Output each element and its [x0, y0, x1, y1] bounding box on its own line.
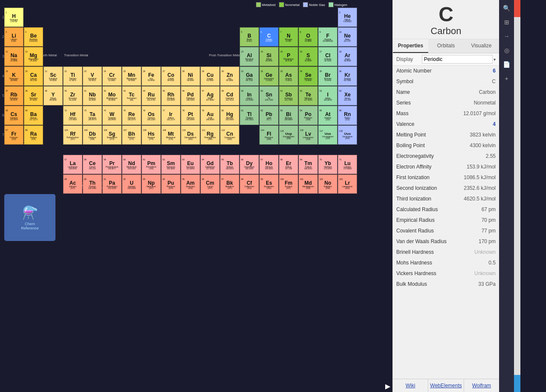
element-mn[interactable]: 25 Mn Manganese 54.9380 — [122, 67, 141, 86]
element-s[interactable]: 16 S Sulfur 32.0650 — [299, 47, 318, 66]
element-v[interactable]: 23 V Vanadium 50.9415 — [83, 67, 102, 86]
wiki-link[interactable]: Wiki — [393, 379, 428, 392]
element-zr[interactable]: 40 Zr Zirconium 91.2240 — [63, 86, 82, 105]
tab-properties[interactable]: Properties — [393, 39, 428, 53]
element-ta[interactable]: 73 Ta Tantalum 180.9479 — [83, 106, 102, 125]
element-uup[interactable]: 115 Uup Ununpentium (288) — [279, 125, 298, 145]
tab-visualize[interactable]: Visualize — [464, 39, 499, 53]
element-tc[interactable]: 43 Tc Technetium (96) — [122, 86, 141, 105]
element-hf[interactable]: 72 Hf Hafnium 178.4900 — [63, 106, 82, 125]
element-se[interactable]: 34 Se Selenium 78.9600 — [299, 67, 318, 86]
search-icon[interactable]: 🔍 — [501, 2, 513, 14]
element-w[interactable]: 74 W Tungsten 183.8400 — [102, 106, 122, 125]
element-ca[interactable]: 20 Ca Calcium 40.0780 — [24, 67, 43, 86]
element-co[interactable]: 27 Co Cobalt 58.9332 — [161, 67, 180, 86]
settings-icon[interactable]: ◎ — [501, 44, 513, 56]
element-n[interactable]: 7 N Nitrogen 14.067 — [279, 27, 298, 46]
arrow-right-icon[interactable]: → — [501, 30, 513, 42]
element-i[interactable]: 53 I Iodine 126.9045 — [318, 86, 337, 105]
element-nb[interactable]: 41 Nb Niobium 92.9064 — [83, 86, 102, 105]
element-au[interactable]: 79 Au Gold 196.9665 — [200, 106, 220, 125]
element-f[interactable]: 9 F Fluorine 18.9984032 — [318, 27, 337, 46]
element-rb[interactable]: 37 Rb Rubidium 85.4678 — [4, 86, 23, 105]
element-ho[interactable]: 67 Ho Holmium 164.9303 — [259, 155, 279, 174]
element-sm[interactable]: 62 Sm Samarium 150.3600 — [161, 155, 180, 174]
element-cl[interactable]: 17 Cl Chlorine 35.4530 — [318, 47, 337, 66]
element-hs[interactable]: 108 Hs Hassium (270) — [142, 125, 161, 145]
element-rf[interactable]: 104 Rf Rutherfordium (267) — [63, 125, 82, 145]
element-sr[interactable]: 38 Sr Strontium 87.6200 — [24, 86, 43, 105]
element-p[interactable]: 15 P Phosphorus 30.9738 — [279, 47, 298, 66]
element-rh[interactable]: 45 Rh Rhodium 102.9055 — [161, 86, 180, 105]
element-mg[interactable]: 12 Mg Magnesium 24.3050 — [24, 47, 43, 66]
element-am[interactable]: 95 Am Americium (243) — [181, 174, 200, 194]
element-br[interactable]: 35 Br Bromine 79.9040 — [318, 67, 337, 86]
element-h[interactable]: 1 H Hydrogen 1.00794 — [4, 8, 23, 27]
element-ce[interactable]: 58 Ce Cerium 140.116 — [83, 155, 102, 174]
element-md[interactable]: 101 Md Mendelevium (258) — [299, 174, 318, 194]
element-tl[interactable]: 81 Tl Thallium 204.3833 — [240, 106, 259, 125]
element-zn[interactable]: 30 Zn Zinc 65.3800 — [220, 67, 239, 86]
element-he[interactable]: 2 He Helium 4.002602 — [338, 8, 357, 27]
element-uuo[interactable]: 118 Uuo Ununoctium (294) — [338, 125, 357, 145]
element-dy[interactable]: 66 Dy Dysprosium 162.5000 — [240, 155, 259, 174]
element-rn[interactable]: 86 Rn Radon (222) — [338, 106, 357, 125]
element-b[interactable]: 5 B Boron 10.811 — [240, 27, 259, 46]
element-pb[interactable]: 82 Pb Lead 207.2 — [259, 106, 279, 125]
element-cr[interactable]: 24 Cr Chromium 51.9961 — [102, 67, 122, 86]
element-lr[interactable]: 103 Lr Lawrencium (262) — [338, 174, 357, 194]
element-cs[interactable]: 55 Cs Caesium 132.9054 — [4, 106, 23, 125]
add-icon[interactable]: + — [501, 73, 513, 84]
element-ne[interactable]: 10 Ne Neon 20.1797 — [338, 27, 357, 46]
element-be[interactable]: 4 Be Beryllium 9.012182 — [24, 27, 43, 46]
element-k[interactable]: 19 K Potassium 39.0983 — [4, 67, 23, 86]
element-pr[interactable]: 59 Pr Praseodymium 140.9077 — [102, 155, 122, 174]
element-bh[interactable]: 107 Bh Bohrium (272) — [122, 125, 141, 145]
element-pm[interactable]: 61 Pm Promethium (145) — [142, 155, 161, 174]
element-o[interactable]: 8 O Oxygen 15.9994 — [299, 27, 318, 46]
element-fm[interactable]: 100 Fm Fermium (257) — [279, 174, 298, 194]
element-cn[interactable]: 112 Cn Copernicium (285) — [220, 125, 239, 145]
element-lv[interactable]: 116 Lv Livermorium (293) — [299, 125, 318, 145]
element-pu[interactable]: 94 Pu Plutonium (244) — [161, 174, 180, 194]
element-in[interactable]: 49 In Indium 114.8180 — [240, 86, 259, 105]
element-ba[interactable]: 56 Ba Barium 137.3270 — [24, 106, 43, 125]
display-select[interactable]: Periodic Alphabetical — [422, 55, 493, 64]
element-sn[interactable]: 50 Sn Tin 118.7100 — [259, 86, 279, 105]
element-yb[interactable]: 70 Yb Ytterbium 173.0540 — [318, 155, 337, 174]
element-er[interactable]: 68 Er Erbium 167.259 — [279, 155, 298, 174]
element-pa[interactable]: 91 Pa Protactinium 231.0359 — [102, 174, 122, 194]
element-es[interactable]: 99 Es Einsteinium (252) — [259, 174, 279, 194]
element-eu[interactable]: 63 Eu Europium 151.9640 — [181, 155, 200, 174]
element-cm[interactable]: 96 Cm Curium (247) — [200, 174, 220, 194]
element-no[interactable]: 102 No Nobelium (259) — [318, 174, 337, 194]
wolfram-link[interactable]: Wolfram — [464, 379, 499, 392]
element-li[interactable]: 3 Li Lithium 6.941 — [4, 27, 23, 46]
element-sc[interactable]: 21 Sc Scandium 44.8559 — [44, 67, 63, 86]
element-na[interactable]: 11 Na Sodium 22.9898 — [4, 47, 23, 66]
element-ir[interactable]: 77 Ir Iridium 192.2170 — [161, 106, 180, 125]
element-np[interactable]: 93 Np Neptunium (237) — [142, 174, 161, 194]
element-fe[interactable]: 26 Fe Iron 55.8450 — [142, 67, 161, 86]
scrollbar[interactable] — [514, 0, 520, 392]
element-lu[interactable]: 71 Lu Lutetium 174.9668 — [338, 155, 357, 174]
element-nd[interactable]: 60 Nd Neodymium 144.2420 — [122, 155, 141, 174]
element-ni[interactable]: 28 Ni Nickel 58.6934 — [181, 67, 200, 86]
element-fr[interactable]: 87 Fr Francium (223) — [4, 125, 23, 145]
element-ar[interactable]: 18 Ar Argon 39.9490 — [338, 47, 357, 66]
element-ra[interactable]: 88 Ra Radium (226) — [24, 125, 43, 145]
element-bk[interactable]: 97 Bk Berkelium (247) — [220, 174, 239, 194]
element-bi[interactable]: 83 Bi Bismuth 208.9804 — [279, 106, 298, 125]
element-as[interactable]: 33 As Arsenic 74.9216 — [279, 67, 298, 86]
element-db[interactable]: 105 Db Dubnium (268) — [83, 125, 102, 145]
element-xe[interactable]: 54 Xe Xenon 131.293 — [338, 86, 357, 105]
element-os[interactable]: 76 Os Osmium 190.2300 — [142, 106, 161, 125]
element-po[interactable]: 84 Po Polonium (209) — [299, 106, 318, 125]
element-tm[interactable]: 69 Tm Thulium 168.9342 — [299, 155, 318, 174]
grid-icon[interactable]: ⊞ — [501, 16, 513, 28]
element-te[interactable]: 52 Te Tellurium 127.6000 — [299, 86, 318, 105]
element-pt[interactable]: 78 Pt Platinum 195.0840 — [181, 106, 200, 125]
element-pd[interactable]: 46 Pd Palladium 106.4200 — [181, 86, 200, 105]
element-ga[interactable]: 31 Ga Gallium 69.7230 — [240, 67, 259, 86]
element-la[interactable]: 57 La Lanthanum 138.9055 — [63, 155, 82, 174]
